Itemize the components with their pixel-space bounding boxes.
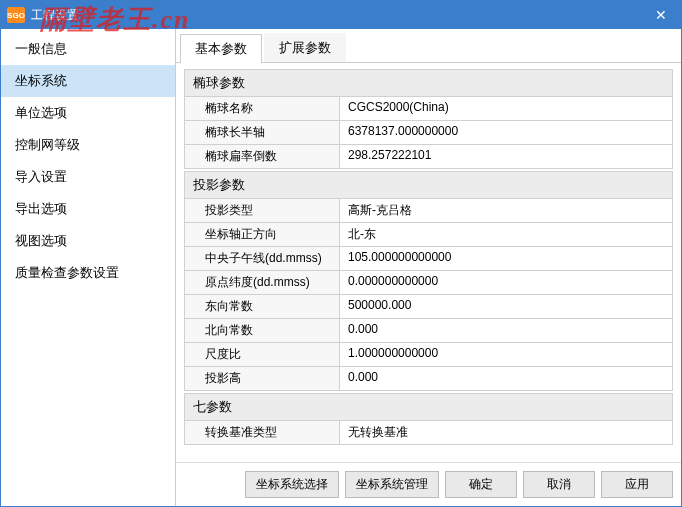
select-coordsys-button[interactable]: 坐标系统选择: [245, 471, 339, 498]
sidebar-item[interactable]: 单位选项: [1, 97, 175, 129]
property-value[interactable]: 1.000000000000: [340, 343, 672, 366]
property-label: 北向常数: [185, 319, 340, 342]
tab[interactable]: 基本参数: [180, 34, 262, 63]
sidebar-item[interactable]: 导出选项: [1, 193, 175, 225]
property-label: 转换基准类型: [185, 421, 340, 444]
property-row: 中央子午线(dd.mmss)105.000000000000: [184, 247, 673, 271]
property-value[interactable]: 500000.000: [340, 295, 672, 318]
property-row: 原点纬度(dd.mmss)0.000000000000: [184, 271, 673, 295]
property-value[interactable]: 0.000000000000: [340, 271, 672, 294]
property-value[interactable]: 298.257222101: [340, 145, 672, 168]
property-value[interactable]: 6378137.000000000: [340, 121, 672, 144]
property-value[interactable]: 0.000: [340, 367, 672, 390]
sidebar: 一般信息坐标系统单位选项控制网等级导入设置导出选项视图选项质量检查参数设置: [1, 29, 176, 506]
property-label: 椭球扁率倒数: [185, 145, 340, 168]
group-header[interactable]: 投影参数: [184, 171, 673, 199]
property-row: 椭球扁率倒数298.257222101: [184, 145, 673, 169]
property-row: 东向常数500000.000: [184, 295, 673, 319]
group-header[interactable]: 椭球参数: [184, 69, 673, 97]
property-row: 尺度比1.000000000000: [184, 343, 673, 367]
titlebar: SGO 工程设置 ✕: [1, 1, 681, 29]
property-value[interactable]: 北-东: [340, 223, 672, 246]
app-icon: SGO: [7, 7, 25, 23]
manage-coordsys-button[interactable]: 坐标系统管理: [345, 471, 439, 498]
property-row: 转换基准类型无转换基准: [184, 421, 673, 445]
property-label: 中央子午线(dd.mmss): [185, 247, 340, 270]
property-label: 椭球长半轴: [185, 121, 340, 144]
property-row: 投影高0.000: [184, 367, 673, 391]
tabs: 基本参数扩展参数: [176, 29, 681, 63]
property-row: 坐标轴正方向北-东: [184, 223, 673, 247]
property-row: 投影类型高斯-克吕格: [184, 199, 673, 223]
property-row: 椭球长半轴6378137.000000000: [184, 121, 673, 145]
apply-button[interactable]: 应用: [601, 471, 673, 498]
sidebar-item[interactable]: 视图选项: [1, 225, 175, 257]
sidebar-item[interactable]: 控制网等级: [1, 129, 175, 161]
close-button[interactable]: ✕: [641, 1, 681, 29]
content-area: 椭球参数椭球名称CGCS2000(China)椭球长半轴6378137.0000…: [176, 63, 681, 462]
main-panel: 基本参数扩展参数 椭球参数椭球名称CGCS2000(China)椭球长半轴637…: [176, 29, 681, 506]
property-value[interactable]: 0.000: [340, 319, 672, 342]
property-value[interactable]: 无转换基准: [340, 421, 672, 444]
close-icon: ✕: [655, 7, 667, 23]
sidebar-item[interactable]: 导入设置: [1, 161, 175, 193]
property-row: 北向常数0.000: [184, 319, 673, 343]
property-label: 原点纬度(dd.mmss): [185, 271, 340, 294]
sidebar-item[interactable]: 一般信息: [1, 33, 175, 65]
property-value[interactable]: 105.000000000000: [340, 247, 672, 270]
group-header[interactable]: 七参数: [184, 393, 673, 421]
footer: 坐标系统选择 坐标系统管理 确定 取消 应用: [176, 462, 681, 506]
property-label: 尺度比: [185, 343, 340, 366]
property-label: 东向常数: [185, 295, 340, 318]
property-row: 椭球名称CGCS2000(China): [184, 97, 673, 121]
property-label: 坐标轴正方向: [185, 223, 340, 246]
property-label: 椭球名称: [185, 97, 340, 120]
property-value[interactable]: 高斯-克吕格: [340, 199, 672, 222]
sidebar-item[interactable]: 坐标系统: [1, 65, 175, 97]
tab[interactable]: 扩展参数: [264, 33, 346, 62]
dialog-window: SGO 工程设置 ✕ 隔壁老王.cn 一般信息坐标系统单位选项控制网等级导入设置…: [0, 0, 682, 507]
window-title: 工程设置: [31, 7, 641, 24]
cancel-button[interactable]: 取消: [523, 471, 595, 498]
dialog-body: 一般信息坐标系统单位选项控制网等级导入设置导出选项视图选项质量检查参数设置 基本…: [1, 29, 681, 506]
sidebar-item[interactable]: 质量检查参数设置: [1, 257, 175, 289]
ok-button[interactable]: 确定: [445, 471, 517, 498]
property-value[interactable]: CGCS2000(China): [340, 97, 672, 120]
property-label: 投影高: [185, 367, 340, 390]
property-label: 投影类型: [185, 199, 340, 222]
